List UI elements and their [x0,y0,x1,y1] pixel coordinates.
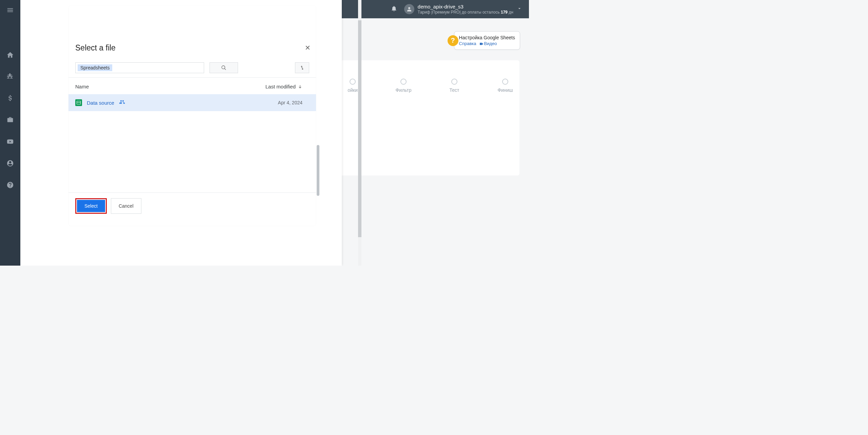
file-date: Apr 4, 2024 [278,100,302,105]
select-button-highlight: Select [75,198,107,214]
sidebar [0,0,20,266]
dollar-icon[interactable] [4,92,16,104]
dialog-footer: Select Cancel [68,192,316,219]
search-input[interactable]: Spreadsheets [75,62,204,73]
step-test: Тест [441,79,468,93]
sitemap-icon[interactable] [4,70,16,83]
step-finish: Финиш [492,79,519,93]
user-block: demo_apix-drive_s3 Тариф |Премиум PRO| д… [418,4,513,15]
youtube-icon[interactable] [4,136,16,148]
col-name[interactable]: Name [75,84,89,89]
file-picker-dialog: Select a file ✕ Spreadsheets Name Last m… [68,5,316,226]
dialog-title: Select a file [75,43,116,53]
col-modified[interactable]: Last modified [265,84,302,89]
table-header: Name Last modified [68,77,316,94]
sort-toggle[interactable] [295,62,309,73]
user-circle-icon[interactable] [4,157,16,169]
menu-icon[interactable] [4,4,16,16]
user-tariff: Тариф |Премиум PRO| до оплаты осталось 1… [418,10,513,15]
help-box: ? Настройка Google Sheets Справка Видео [454,31,520,50]
cancel-button[interactable]: Cancel [111,198,141,214]
user-name: demo_apix-drive_s3 [418,4,513,10]
modal-wrap: Select a file ✕ Spreadsheets Name Last m… [20,0,342,266]
shared-icon [119,99,125,106]
help-link[interactable]: Справка [459,41,476,46]
close-icon[interactable]: ✕ [302,43,313,53]
page-scrollbar[interactable] [358,0,361,266]
arrow-down-icon [298,84,302,89]
list-scrollbar[interactable] [317,145,319,196]
home-icon[interactable] [4,49,16,61]
stepper: ойки Фильтр Тест Финиш [339,79,519,93]
help-video-link[interactable]: Видео [479,41,497,46]
avatar-icon [404,4,414,14]
search-icon [221,65,226,70]
file-row[interactable]: Data source Apr 4, 2024 [68,94,316,111]
question-circle-icon[interactable]: ? [448,35,458,46]
briefcase-icon[interactable] [4,114,16,126]
video-icon [479,41,484,46]
file-name: Data source [87,100,114,106]
step-settings: ойки [339,79,366,93]
chevron-down-icon [517,6,522,13]
help-icon[interactable] [4,179,16,191]
help-title: Настройка Google Sheets [459,35,515,40]
sheets-icon [75,99,82,106]
file-list-area [68,111,316,192]
step-filter: Фильтр [390,79,417,93]
sort-icon [299,65,305,70]
user-menu[interactable]: demo_apix-drive_s3 Тариф |Премиум PRO| д… [404,4,522,15]
bell-icon[interactable] [391,5,397,13]
select-button[interactable]: Select [77,200,105,212]
search-button[interactable] [210,62,238,73]
background-card [339,60,519,175]
search-chip[interactable]: Spreadsheets [78,64,112,71]
